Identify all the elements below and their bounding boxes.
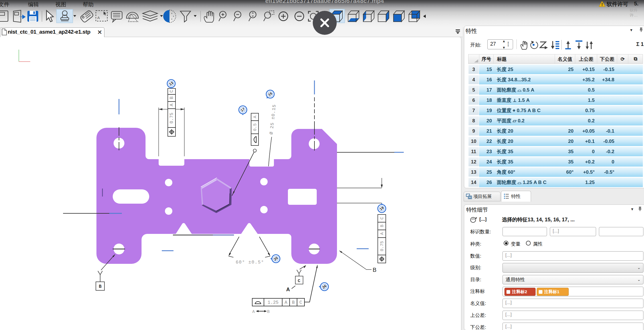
svg-text:C: C — [169, 90, 174, 93]
svg-text:C: C — [298, 279, 300, 284]
svg-text:0.75: 0.75 — [169, 113, 174, 124]
svg-text:A: A — [253, 116, 258, 118]
svg-text:60° ±0.5°: 60° ±0.5° — [236, 260, 264, 265]
svg-text:B: B — [373, 267, 376, 273]
svg-text:A: A — [252, 309, 255, 314]
svg-text:A: A — [97, 16, 100, 20]
svg-text:0.5: 0.5 — [253, 123, 258, 131]
svg-text:B: B — [267, 309, 270, 314]
svg-text:0.75: 0.75 — [380, 241, 385, 251]
svg-text:C: C — [380, 217, 385, 219]
svg-text:A: A — [169, 104, 174, 106]
svg-text:1.25: 1.25 — [268, 300, 278, 305]
svg-text:A: A — [284, 300, 287, 305]
svg-text:B: B — [292, 300, 295, 305]
svg-text:B: B — [380, 224, 385, 227]
svg-text:C: C — [299, 300, 302, 305]
svg-text:Ø 25 ±0.15: Ø 25 ±0.15 — [269, 104, 277, 135]
svg-text:A: A — [286, 287, 290, 292]
svg-text:B: B — [99, 284, 102, 289]
svg-text:B: B — [169, 96, 174, 99]
svg-text:A: A — [380, 232, 385, 235]
